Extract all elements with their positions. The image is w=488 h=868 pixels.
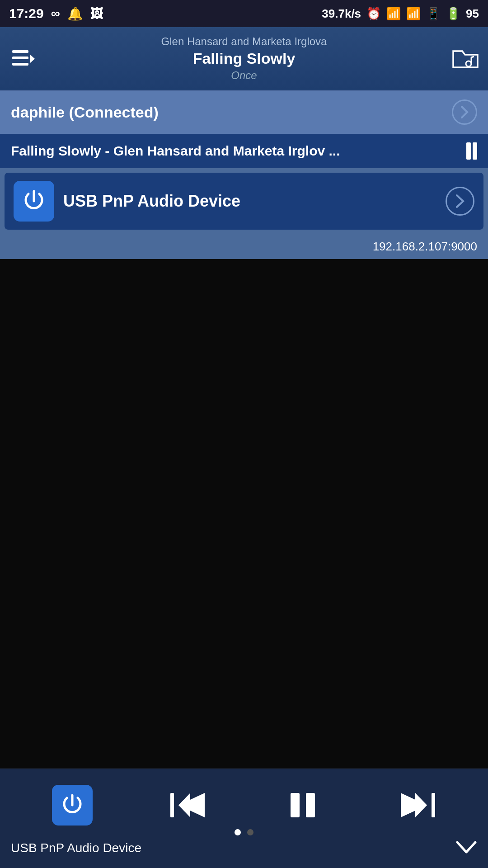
transport-bottom: USB PnP Audio Device	[0, 832, 488, 864]
notification-icon: 🔔	[67, 6, 83, 21]
connected-device-arrow-button[interactable]	[452, 99, 477, 125]
main-content: daphile (Connected) Falling Slowly - Gle…	[0, 90, 488, 259]
now-playing-artist: Glen Hansard and Marketa Irglova	[41, 35, 447, 48]
svg-rect-11	[306, 793, 315, 817]
usb-device-arrow-button[interactable]	[446, 187, 474, 216]
now-playing-header: Glen Hansard and Marketa Irglova Falling…	[0, 27, 488, 90]
pause-button[interactable]	[287, 789, 319, 821]
svg-rect-7	[170, 793, 174, 817]
transport-controls	[0, 769, 488, 832]
sim-icon: 📱	[426, 7, 441, 21]
svg-rect-2	[12, 63, 28, 66]
ip-address-text: 192.168.2.107:9000	[373, 240, 477, 253]
folder-music-button[interactable]	[447, 38, 488, 79]
transport-device-label: USB PnP Audio Device	[11, 841, 141, 855]
svg-rect-10	[291, 793, 300, 817]
playlist-button[interactable]	[0, 38, 41, 79]
previous-button[interactable]	[169, 789, 210, 821]
usb-device-row[interactable]: USB PnP Audio Device	[5, 173, 483, 230]
usb-power-button[interactable]	[14, 181, 54, 222]
pause-mini-button[interactable]	[466, 142, 477, 160]
folder-music-icon	[451, 47, 479, 71]
next-icon	[395, 789, 436, 821]
infinity-icon: ∞	[51, 6, 60, 21]
svg-marker-3	[30, 55, 35, 63]
page-indicators	[235, 829, 253, 835]
now-playing-album: Once	[41, 69, 447, 82]
page-dot-1	[235, 829, 241, 835]
transport-bar: USB PnP Audio Device	[0, 769, 488, 868]
arrow-right-icon	[457, 105, 472, 119]
status-bar: 17:29 ∞ 🔔 🖼 39.7k/s ⏰ 📶 📶 📱 🔋 95	[0, 0, 488, 27]
battery-icon: 🔋	[446, 7, 460, 21]
page-dot-2	[247, 829, 253, 835]
connected-device-label: daphile (Connected)	[11, 104, 159, 121]
battery-level: 95	[466, 7, 479, 21]
playlist-icon	[10, 47, 35, 71]
chevron-down-button[interactable]	[455, 837, 477, 859]
connected-device-row[interactable]: daphile (Connected)	[0, 90, 488, 134]
status-time: 17:29	[9, 6, 44, 21]
status-left: 17:29 ∞ 🔔 🖼	[9, 6, 103, 21]
svg-marker-9	[178, 793, 190, 817]
usb-device-name: USB PnP Audio Device	[63, 192, 446, 211]
transport-power-icon	[60, 793, 85, 818]
chevron-down-icon	[455, 840, 477, 855]
now-playing-title: Falling Slowly	[41, 50, 447, 67]
svg-line-6	[471, 57, 474, 57]
wifi-icon: 📶	[386, 7, 401, 21]
transport-power-button[interactable]	[52, 785, 93, 826]
svg-rect-1	[12, 57, 28, 59]
ip-address-row: 192.168.2.107:9000	[0, 234, 488, 259]
svg-rect-0	[12, 50, 28, 53]
pause-bar-right	[473, 142, 477, 160]
current-track-row[interactable]: Falling Slowly - Glen Hansard and Market…	[0, 134, 488, 168]
previous-icon	[169, 789, 210, 821]
svg-marker-14	[415, 793, 427, 817]
current-track-text: Falling Slowly - Glen Hansard and Market…	[11, 143, 461, 159]
status-right: 39.7k/s ⏰ 📶 📶 📱 🔋 95	[322, 7, 479, 21]
empty-area	[0, 259, 488, 576]
pause-icon	[287, 789, 319, 821]
network-speed: 39.7k/s	[322, 7, 361, 21]
pause-bar-left	[466, 142, 471, 160]
clock-icon: ⏰	[366, 7, 381, 21]
usb-arrow-right-icon	[452, 193, 468, 209]
svg-rect-12	[432, 793, 435, 817]
svg-point-4	[466, 61, 471, 66]
now-playing-info: Glen Hansard and Marketa Irglova Falling…	[41, 35, 447, 82]
image-icon: 🖼	[90, 6, 103, 21]
next-button[interactable]	[395, 789, 436, 821]
signal-icon: 📶	[406, 7, 421, 21]
power-icon	[21, 189, 47, 214]
